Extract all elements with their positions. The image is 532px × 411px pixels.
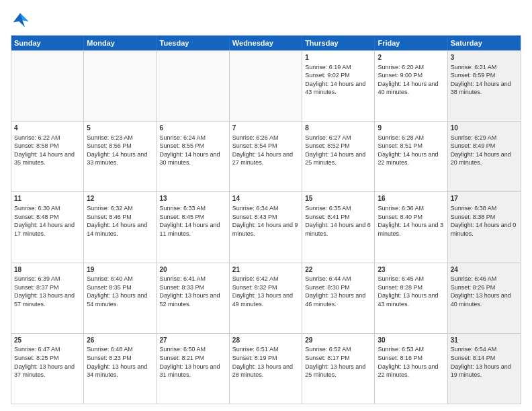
calendar-cell: 18Sunrise: 6:39 AMSunset: 8:37 PMDayligh… xyxy=(11,263,84,333)
cell-detail: Sunrise: 6:32 AMSunset: 8:46 PMDaylight:… xyxy=(87,204,153,238)
calendar-cell: 9Sunrise: 6:28 AMSunset: 8:51 PMDaylight… xyxy=(375,122,447,191)
day-number: 13 xyxy=(160,194,226,203)
cell-detail: Sunrise: 6:47 AMSunset: 8:25 PMDaylight:… xyxy=(14,345,81,379)
day-number: 15 xyxy=(305,194,371,203)
logo-icon xyxy=(11,11,30,30)
cell-detail: Sunrise: 6:22 AMSunset: 8:58 PMDaylight:… xyxy=(14,134,81,167)
col-wednesday: Wednesday xyxy=(230,36,302,50)
cell-detail: Sunrise: 6:51 AMSunset: 8:19 PMDaylight:… xyxy=(232,345,299,379)
calendar-cell: 17Sunrise: 6:38 AMSunset: 8:38 PMDayligh… xyxy=(448,192,521,262)
cell-detail: Sunrise: 6:48 AMSunset: 8:23 PMDaylight:… xyxy=(87,345,153,379)
day-number: 29 xyxy=(305,336,371,345)
cell-detail: Sunrise: 6:20 AMSunset: 9:00 PMDaylight:… xyxy=(378,63,444,97)
calendar-cell: 3Sunrise: 6:21 AMSunset: 8:59 PMDaylight… xyxy=(448,51,521,121)
calendar-cell xyxy=(157,51,230,121)
col-tuesday: Tuesday xyxy=(157,36,230,50)
page: Sunday Monday Tuesday Wednesday Thursday… xyxy=(0,0,532,411)
calendar-cell: 23Sunrise: 6:45 AMSunset: 8:28 PMDayligh… xyxy=(375,263,447,333)
calendar-cell: 16Sunrise: 6:36 AMSunset: 8:40 PMDayligh… xyxy=(375,192,447,262)
calendar-cell: 4Sunrise: 6:22 AMSunset: 8:58 PMDaylight… xyxy=(11,122,84,191)
calendar-row: 18Sunrise: 6:39 AMSunset: 8:37 PMDayligh… xyxy=(11,263,521,333)
cell-detail: Sunrise: 6:45 AMSunset: 8:28 PMDaylight:… xyxy=(378,275,444,308)
cell-detail: Sunrise: 6:24 AMSunset: 8:55 PMDaylight:… xyxy=(160,134,226,167)
calendar-cell: 24Sunrise: 6:46 AMSunset: 8:26 PMDayligh… xyxy=(448,263,521,333)
calendar-cell: 11Sunrise: 6:30 AMSunset: 8:48 PMDayligh… xyxy=(11,192,84,262)
cell-detail: Sunrise: 6:53 AMSunset: 8:16 PMDaylight:… xyxy=(378,345,444,379)
calendar-cell: 13Sunrise: 6:33 AMSunset: 8:45 PMDayligh… xyxy=(157,192,230,262)
calendar: Sunday Monday Tuesday Wednesday Thursday… xyxy=(11,35,521,404)
logo xyxy=(11,11,32,30)
calendar-cell: 2Sunrise: 6:20 AMSunset: 9:00 PMDaylight… xyxy=(375,51,447,121)
cell-detail: Sunrise: 6:41 AMSunset: 8:33 PMDaylight:… xyxy=(160,275,226,308)
cell-detail: Sunrise: 6:28 AMSunset: 8:51 PMDaylight:… xyxy=(378,134,444,167)
cell-detail: Sunrise: 6:54 AMSunset: 8:14 PMDaylight:… xyxy=(451,345,518,379)
calendar-row: 11Sunrise: 6:30 AMSunset: 8:48 PMDayligh… xyxy=(11,191,521,262)
col-sunday: Sunday xyxy=(11,36,84,50)
calendar-body: 1Sunrise: 6:19 AMSunset: 9:02 PMDaylight… xyxy=(11,50,521,404)
calendar-cell xyxy=(230,51,302,121)
day-number: 19 xyxy=(87,265,153,275)
calendar-cell: 12Sunrise: 6:32 AMSunset: 8:46 PMDayligh… xyxy=(84,192,157,262)
calendar-cell: 22Sunrise: 6:44 AMSunset: 8:30 PMDayligh… xyxy=(302,263,375,333)
calendar-header: Sunday Monday Tuesday Wednesday Thursday… xyxy=(11,36,521,50)
calendar-cell: 6Sunrise: 6:24 AMSunset: 8:55 PMDaylight… xyxy=(157,122,230,191)
day-number: 14 xyxy=(232,194,299,203)
day-number: 17 xyxy=(451,194,518,203)
cell-detail: Sunrise: 6:44 AMSunset: 8:30 PMDaylight:… xyxy=(305,275,371,308)
cell-detail: Sunrise: 6:38 AMSunset: 8:38 PMDaylight:… xyxy=(451,204,518,238)
calendar-row: 4Sunrise: 6:22 AMSunset: 8:58 PMDaylight… xyxy=(11,121,521,191)
day-number: 1 xyxy=(305,53,371,62)
header xyxy=(11,11,521,30)
day-number: 30 xyxy=(378,336,444,345)
day-number: 22 xyxy=(305,265,371,275)
cell-detail: Sunrise: 6:52 AMSunset: 8:17 PMDaylight:… xyxy=(305,345,371,379)
calendar-cell: 7Sunrise: 6:26 AMSunset: 8:54 PMDaylight… xyxy=(230,122,302,191)
day-number: 26 xyxy=(87,336,153,345)
cell-detail: Sunrise: 6:21 AMSunset: 8:59 PMDaylight:… xyxy=(451,63,518,97)
day-number: 31 xyxy=(451,336,518,345)
cell-detail: Sunrise: 6:19 AMSunset: 9:02 PMDaylight:… xyxy=(305,63,371,97)
cell-detail: Sunrise: 6:34 AMSunset: 8:43 PMDaylight:… xyxy=(232,204,299,238)
day-number: 4 xyxy=(14,124,81,133)
col-thursday: Thursday xyxy=(302,36,375,50)
calendar-cell: 25Sunrise: 6:47 AMSunset: 8:25 PMDayligh… xyxy=(11,334,84,404)
calendar-cell xyxy=(84,51,157,121)
calendar-cell: 30Sunrise: 6:53 AMSunset: 8:16 PMDayligh… xyxy=(375,334,447,404)
cell-detail: Sunrise: 6:35 AMSunset: 8:41 PMDaylight:… xyxy=(305,204,371,238)
col-friday: Friday xyxy=(375,36,447,50)
day-number: 10 xyxy=(451,124,518,133)
calendar-cell: 1Sunrise: 6:19 AMSunset: 9:02 PMDaylight… xyxy=(302,51,375,121)
calendar-cell: 27Sunrise: 6:50 AMSunset: 8:21 PMDayligh… xyxy=(157,334,230,404)
day-number: 18 xyxy=(14,265,81,275)
cell-detail: Sunrise: 6:23 AMSunset: 8:56 PMDaylight:… xyxy=(87,134,153,167)
calendar-cell: 5Sunrise: 6:23 AMSunset: 8:56 PMDaylight… xyxy=(84,122,157,191)
day-number: 16 xyxy=(378,194,444,203)
calendar-cell: 29Sunrise: 6:52 AMSunset: 8:17 PMDayligh… xyxy=(302,334,375,404)
calendar-cell: 19Sunrise: 6:40 AMSunset: 8:35 PMDayligh… xyxy=(84,263,157,333)
day-number: 24 xyxy=(451,265,518,275)
calendar-row: 1Sunrise: 6:19 AMSunset: 9:02 PMDaylight… xyxy=(11,50,521,121)
calendar-cell xyxy=(11,51,84,121)
day-number: 21 xyxy=(232,265,299,275)
calendar-row: 25Sunrise: 6:47 AMSunset: 8:25 PMDayligh… xyxy=(11,333,521,404)
day-number: 25 xyxy=(14,336,81,345)
day-number: 2 xyxy=(378,53,444,62)
col-monday: Monday xyxy=(84,36,157,50)
day-number: 5 xyxy=(87,124,153,133)
day-number: 28 xyxy=(232,336,299,345)
day-number: 23 xyxy=(378,265,444,275)
day-number: 8 xyxy=(305,124,371,133)
calendar-cell: 15Sunrise: 6:35 AMSunset: 8:41 PMDayligh… xyxy=(302,192,375,262)
cell-detail: Sunrise: 6:40 AMSunset: 8:35 PMDaylight:… xyxy=(87,275,153,308)
calendar-cell: 28Sunrise: 6:51 AMSunset: 8:19 PMDayligh… xyxy=(230,334,302,404)
cell-detail: Sunrise: 6:46 AMSunset: 8:26 PMDaylight:… xyxy=(451,275,518,308)
day-number: 12 xyxy=(87,194,153,203)
day-number: 6 xyxy=(160,124,226,133)
calendar-cell: 8Sunrise: 6:27 AMSunset: 8:52 PMDaylight… xyxy=(302,122,375,191)
cell-detail: Sunrise: 6:36 AMSunset: 8:40 PMDaylight:… xyxy=(378,204,444,238)
day-number: 3 xyxy=(451,53,518,62)
calendar-cell: 31Sunrise: 6:54 AMSunset: 8:14 PMDayligh… xyxy=(448,334,521,404)
cell-detail: Sunrise: 6:42 AMSunset: 8:32 PMDaylight:… xyxy=(232,275,299,308)
cell-detail: Sunrise: 6:33 AMSunset: 8:45 PMDaylight:… xyxy=(160,204,226,238)
cell-detail: Sunrise: 6:29 AMSunset: 8:49 PMDaylight:… xyxy=(451,134,518,167)
